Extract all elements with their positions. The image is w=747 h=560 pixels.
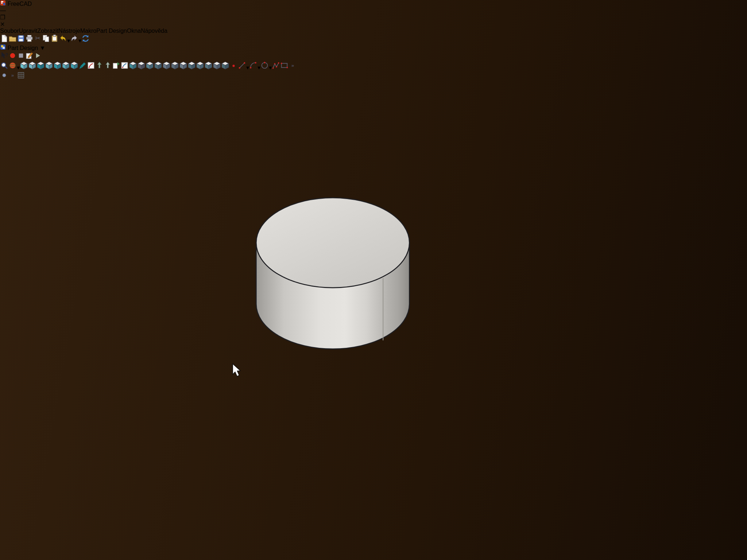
revolution-icon[interactable] — [146, 65, 154, 71]
menubar: SouborUpravitZobrazitNástrojeMakroPart D… — [0, 28, 747, 34]
polar-pattern-icon[interactable] — [213, 65, 221, 71]
toolbar-standard: ✂▾▾ Part Design ▼ ? — [0, 34, 747, 61]
view-front-icon[interactable] — [28, 65, 36, 71]
sketch-rectangle-icon[interactable] — [280, 65, 289, 71]
mouse-cursor — [233, 364, 240, 376]
mirrored-icon[interactable] — [196, 65, 204, 71]
reorient-sketch-icon[interactable] — [104, 65, 112, 71]
fillet-icon[interactable] — [162, 65, 171, 71]
view-bottom-icon[interactable] — [62, 65, 70, 71]
menu-item-part-design[interactable]: Part Design — [96, 28, 127, 34]
maximize-button[interactable]: ❐ — [0, 14, 747, 21]
sketch-line-icon[interactable]: ▾ — [238, 65, 249, 71]
menu-item-n-stroje[interactable]: Nástroje — [58, 28, 80, 34]
sketch-point-icon[interactable] — [229, 65, 238, 71]
dropdown-caret-icon[interactable]: ▾ — [78, 38, 81, 44]
pocket-icon[interactable] — [137, 65, 146, 71]
macro-play-icon[interactable] — [34, 55, 42, 61]
sketch-polyline-icon[interactable] — [272, 65, 280, 71]
view-left-icon[interactable] — [70, 65, 78, 71]
photo-background-left — [0, 0, 18, 560]
redo-icon[interactable]: ▾ — [70, 38, 81, 44]
dropdown-caret-icon[interactable]: ▾ — [258, 65, 260, 71]
multi-transform-icon[interactable] — [221, 65, 229, 71]
dropdown-caret-icon[interactable]: ▾ — [269, 65, 272, 71]
main-area: z y x Kombinované zobrazení Model Úkoly … — [0, 81, 747, 560]
menu-item-zobrazit[interactable]: Zobrazit — [37, 28, 58, 34]
sketch-arc-icon[interactable]: ▾ — [249, 65, 260, 71]
view-right-icon[interactable] — [45, 65, 53, 71]
close-button[interactable]: ✕ — [0, 21, 747, 28]
macro-edit-icon[interactable] — [25, 55, 34, 61]
view-rear-icon[interactable] — [53, 65, 62, 71]
print-icon[interactable] — [25, 38, 34, 44]
menu-item-upravit[interactable]: Upravit — [19, 28, 38, 34]
measure-distance-icon[interactable] — [78, 65, 87, 71]
toolbar-macro-group: ? — [0, 51, 747, 61]
toolbar-view: ▾▾▾▾» » — [0, 61, 747, 81]
minimize-button[interactable]: — — [0, 7, 747, 14]
cut-icon[interactable]: ✂ — [34, 38, 42, 44]
toolbar-view-right: » — [0, 71, 747, 81]
groove-icon[interactable] — [154, 65, 162, 71]
menu-item-n-pov-da[interactable]: Nápověda — [141, 28, 167, 34]
validate-sketch-icon[interactable] — [120, 65, 129, 71]
cylinder-solid — [256, 198, 409, 349]
pad-icon[interactable] — [129, 65, 137, 71]
chamfer-icon[interactable] — [171, 65, 179, 71]
linear-pattern-icon[interactable] — [204, 65, 213, 71]
dropdown-caret-icon[interactable]: ▾ — [246, 65, 249, 71]
dropdown-caret-icon[interactable]: ▾ — [67, 38, 70, 44]
new-sketch-icon[interactable] — [87, 65, 95, 71]
thickness-icon[interactable] — [187, 65, 196, 71]
view-axonometric-icon[interactable] — [20, 65, 28, 71]
sketch-circle-icon[interactable]: ▾ — [260, 65, 272, 71]
undo-icon[interactable]: ▾ — [59, 38, 70, 44]
view-top-icon[interactable] — [36, 65, 45, 71]
photo-of-monitor: FreeCAD — ❐ ✕ SouborUpravitZobrazitNástr… — [0, 0, 747, 560]
toolbar-overflow-icon[interactable]: » — [289, 65, 297, 71]
copy-icon[interactable] — [42, 38, 50, 44]
window-controls: — ❐ ✕ — [0, 7, 747, 28]
freecad-window: FreeCAD — ❐ ✕ SouborUpravitZobrazitNástr… — [0, 0, 747, 560]
map-sketch-icon[interactable] — [95, 65, 104, 71]
paste-icon[interactable] — [50, 38, 59, 44]
chevron-down-icon: ▼ — [40, 45, 46, 51]
titlebar: FreeCAD — ❐ ✕ — [0, 0, 747, 28]
refresh-icon[interactable] — [81, 38, 90, 44]
menu-item-makro[interactable]: Makro — [80, 28, 96, 34]
3d-viewport[interactable]: z y x — [0, 81, 747, 560]
draft-icon[interactable] — [179, 65, 187, 71]
menu-item-okna[interactable]: Okna — [127, 28, 141, 34]
view-sketch-icon[interactable] — [112, 65, 120, 71]
workbench-selector[interactable]: Part Design ▼ — [0, 44, 747, 51]
toolbar-view-main: ▾▾▾▾» — [0, 61, 747, 71]
svg-text:»: » — [291, 63, 294, 68]
svg-text:✂: ✂ — [35, 35, 40, 42]
toolbar-file-group: ✂▾▾ — [0, 34, 747, 44]
